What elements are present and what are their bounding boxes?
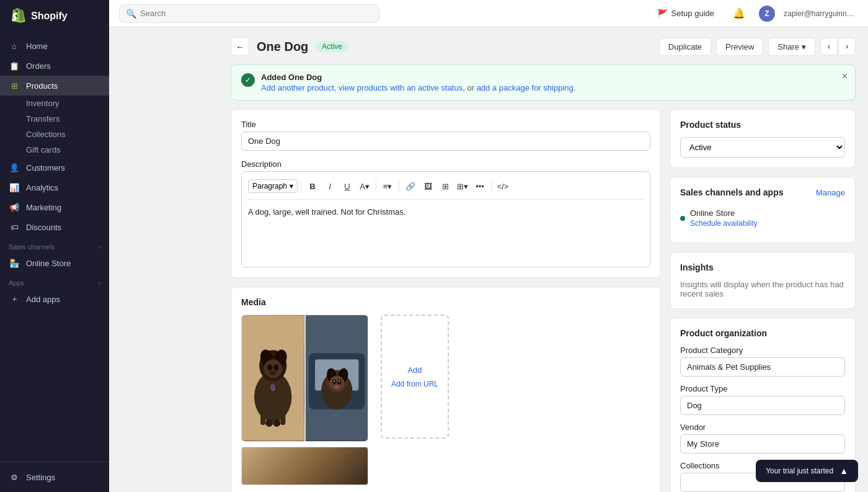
view-active-products-link[interactable]: view products with an active status [339,83,463,92]
apps-chevron[interactable]: › [99,280,100,287]
sidebar-item-inventory[interactable]: Inventory [0,96,109,111]
shopify-logo-text: Shopify [31,11,68,22]
sales-channels-chevron[interactable]: › [99,244,100,251]
media-title: Media [241,297,650,307]
code-button[interactable]: </> [495,178,511,194]
product-category-input[interactable] [680,357,845,377]
page-title: One Dog [257,40,308,54]
schedule-availability-link[interactable]: Schedule availability [690,219,758,228]
trial-text: Your trial just started [766,467,833,475]
trial-expand-button[interactable]: ▲ [839,466,848,476]
svg-point-23 [337,380,341,385]
sidebar-item-customers[interactable]: 👤 Customers [0,158,109,177]
product-type-input[interactable] [680,396,845,415]
toolbar-divider-3 [399,180,399,192]
sidebar-item-orders[interactable]: 📋 Orders [0,56,109,76]
media-upload-placeholder[interactable]: Add Add from URL [381,315,449,439]
sidebar-item-marketing[interactable]: 📢 Marketing [0,197,109,217]
sidebar-logo[interactable]: Shopify [0,0,109,32]
search-input[interactable] [140,9,373,18]
bell-icon: 🔔 [733,7,745,19]
title-input[interactable] [241,132,650,151]
notification-button[interactable]: 🔔 [728,5,750,22]
sidebar-item-products[interactable]: ⊞ Products [0,76,109,96]
channel-name: Online Store [690,208,758,218]
back-button[interactable]: ← [231,37,249,56]
sidebar-item-home[interactable]: ⌂ Home [0,36,109,56]
product-status-title: Product status [680,120,845,130]
success-text: Added One Dog Add another product, view … [261,73,845,92]
toolbar-divider-2 [376,180,376,192]
media-main-image[interactable] [241,315,368,442]
banner-close-button[interactable]: × [842,71,848,81]
svg-point-9 [265,419,273,427]
media-add-button[interactable]: Add [407,365,422,375]
table-button[interactable]: ⊞▾ [454,178,471,194]
vendor-label: Vendor [680,423,845,432]
sales-channels-label: Sales channels › [0,237,109,253]
dog-image-svg-1 [242,315,304,441]
sidebar-item-gift-cards[interactable]: Gift cards [0,142,109,158]
add-shipping-link[interactable]: add a package for shipping [477,83,574,92]
sidebar-item-add-apps[interactable]: ＋ Add apps [0,289,109,309]
avatar[interactable]: Z [759,6,775,22]
italic-button[interactable]: I [322,178,338,194]
trial-banner: Your trial just started ▲ [756,460,858,482]
sidebar-item-transfers[interactable]: Transfers [0,111,109,127]
sidebar-item-analytics[interactable]: 📊 Analytics [0,177,109,197]
dog-image-1 [242,315,304,441]
underline-button[interactable]: U [339,178,355,194]
svg-point-22 [332,380,336,385]
apps-label: Apps › [0,273,109,289]
duplicate-button[interactable]: Duplicate [659,38,711,56]
bold-button[interactable]: B [304,178,321,194]
media-thumbnail[interactable] [241,447,368,485]
online-store-icon: 🏪 [9,257,20,269]
more-button[interactable]: ••• [472,178,488,194]
svg-point-5 [264,359,282,378]
add-another-product-link[interactable]: Add another product [261,83,334,92]
settings-icon: ⚙ [9,472,20,483]
paragraph-select[interactable]: Paragraph ▾ [248,179,298,193]
sidebar-item-settings[interactable]: ⚙ Settings [0,467,109,487]
media-grid: Add Add from URL [241,315,650,442]
editor-toolbar: Paragraph ▾ B I U A▾ ≡▾ [248,178,644,200]
svg-rect-11 [260,413,265,425]
header-actions: Duplicate Preview Share ▾ ‹ › [659,38,856,56]
vendor-input[interactable] [680,434,845,454]
media-add-url-button[interactable]: Add from URL [391,380,438,388]
product-status-select[interactable]: Active Draft [680,137,845,158]
prev-product-button[interactable]: ‹ [820,38,838,55]
insights-description: Insights will display when the product h… [680,280,845,298]
share-button[interactable]: Share ▾ [768,38,815,56]
svg-point-24 [334,381,335,382]
share-chevron-icon: ▾ [802,42,806,51]
text-color-button[interactable]: A▾ [356,178,373,194]
next-product-button[interactable]: › [838,38,856,55]
media-button[interactable]: ⊞ [437,178,453,194]
sidebar-item-collections[interactable]: Collections [0,127,109,142]
preview-button[interactable]: Preview [716,38,763,56]
link-button[interactable]: 🔗 [402,178,418,194]
shopify-logo-icon [9,7,26,25]
back-arrow-icon: ← [236,42,244,51]
svg-point-26 [334,385,339,388]
customers-icon: 👤 [9,162,20,173]
align-button[interactable]: ≡▾ [379,178,396,194]
dog-image-2 [306,315,368,441]
svg-rect-12 [280,413,285,425]
left-column: Title Description Paragraph ▾ B [231,109,661,492]
image-button[interactable]: 🖼 [420,178,436,194]
toolbar-divider-1 [301,180,301,192]
search-box[interactable]: 🔍 [119,4,379,23]
sidebar-item-discounts[interactable]: 🏷 Discounts [0,217,109,237]
success-links: Add another product, view products with … [261,83,845,92]
description-editor[interactable]: A dog, large, well trained. Not for Chri… [248,205,644,261]
sales-channels-manage-link[interactable]: Manage [816,188,845,197]
topbar-actions: 🚩 Setup guide 🔔 Z zapier@harryguinness..… [652,5,858,22]
setup-guide-button[interactable]: 🚩 Setup guide [652,6,719,21]
product-org-title: Product organization [680,328,845,338]
main-content: ← One Dog Active Duplicate Preview Share… [218,27,868,492]
sidebar-item-online-store[interactable]: 🏪 Online Store [0,253,109,273]
channel-item-online-store: Online Store Schedule availability [680,204,845,233]
